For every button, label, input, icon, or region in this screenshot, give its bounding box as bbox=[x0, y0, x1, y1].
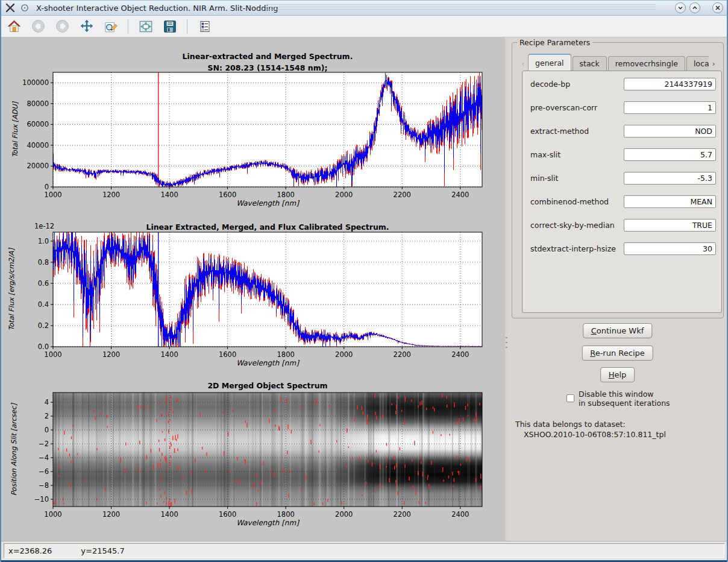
disable-window-checkbox[interactable] bbox=[566, 394, 574, 402]
save-button[interactable] bbox=[162, 18, 178, 34]
x-tick-label: 2000 bbox=[335, 510, 353, 519]
toolbar-separator bbox=[187, 19, 187, 34]
pan-move-icon bbox=[79, 19, 95, 34]
param-row-combinenod-method: combinenod-method bbox=[530, 195, 716, 208]
plot-1-canvas: 1000120014001600180020002200240002000040… bbox=[1, 70, 506, 212]
disable-window-label: Disable this window in subsequent iterat… bbox=[579, 390, 670, 408]
y-tick-label: 0.0 bbox=[38, 343, 49, 351]
y-tick-label: 40000 bbox=[27, 141, 49, 150]
param-label: stdextract-interp-hsize bbox=[530, 242, 616, 255]
param-row-correct-sky-by-median: correct-sky-by-median bbox=[530, 219, 716, 232]
param-label: combinenod-method bbox=[530, 195, 609, 208]
cursor-y: y=21545.7 bbox=[81, 546, 124, 555]
param-label: pre-overscan-corr bbox=[530, 101, 597, 114]
y-axis-label: Position Along Slit [arcsec] bbox=[10, 403, 18, 496]
status-bar: x=2368.26 y=21545.7 bbox=[1, 541, 727, 560]
x-tick-label: 1800 bbox=[277, 191, 295, 199]
param-row-decode-bp: decode-bp bbox=[530, 78, 716, 90]
dataset-name: XSHOO.2010-10-06T08:57:10.811_tpl bbox=[524, 429, 666, 440]
forward-button bbox=[54, 18, 71, 34]
x-tick-label: 1000 bbox=[44, 191, 61, 199]
x-tick-label: 1600 bbox=[219, 350, 236, 359]
minimize-button[interactable] bbox=[675, 2, 686, 13]
x-tick-label: 1000 bbox=[44, 510, 61, 519]
y-tick-label: −6 bbox=[39, 467, 49, 476]
param-input-stdextract-interp-hsize[interactable] bbox=[624, 242, 716, 255]
plot2-title: Linear Extracted, Merged, and Flux Calib… bbox=[53, 221, 482, 233]
figure-panel[interactable]: Linear-extracted and Merged Spectrum. SN… bbox=[1, 37, 506, 541]
group-title: Recipe Parameters bbox=[517, 38, 592, 47]
chevron-down-icon bbox=[677, 4, 684, 11]
param-row-pre-overscan-corr: pre-overscan-corr bbox=[530, 101, 716, 114]
sticky-button[interactable] bbox=[19, 2, 30, 13]
tab-localize[interactable]: localize bbox=[686, 56, 709, 71]
y-tick-label: 60000 bbox=[27, 120, 49, 128]
pan-button[interactable] bbox=[78, 18, 95, 34]
y-tick-label: 20000 bbox=[27, 162, 49, 170]
recipe-panel: Recipe Parameters ‹ generalstackremovecr… bbox=[508, 37, 727, 541]
tab-removecrhsingle[interactable]: removecrhsingle bbox=[608, 56, 685, 71]
customize-button[interactable] bbox=[196, 18, 213, 34]
param-input-min-slit[interactable] bbox=[624, 172, 716, 185]
x-tick-label: 2400 bbox=[451, 191, 469, 199]
x-tick-label: 1600 bbox=[219, 510, 236, 519]
dataset-info: This data belongs to dataset: XSHOO.2010… bbox=[515, 419, 666, 440]
help-button[interactable]: Help bbox=[600, 367, 635, 382]
disable-window-row: Disable this window in subsequent iterat… bbox=[566, 390, 670, 408]
param-input-combinenod-method[interactable] bbox=[624, 195, 716, 208]
x-tick-label: 1800 bbox=[277, 510, 295, 519]
save-floppy-icon bbox=[162, 19, 178, 34]
y-axis-label: Total Flux [ADU] bbox=[11, 101, 19, 157]
param-row-min-slit: min-slit bbox=[530, 172, 716, 185]
x-tick-label: 2200 bbox=[394, 510, 411, 519]
plot1-title: Linear-extracted and Merged Spectrum. SN… bbox=[53, 51, 482, 74]
app-menu-button[interactable] bbox=[5, 2, 16, 13]
chevron-up-icon bbox=[691, 4, 698, 11]
continue-wkf-button[interactable]: Continue Wkf bbox=[583, 323, 653, 338]
param-input-decode-bp[interactable] bbox=[624, 78, 716, 90]
param-input-correct-sky-by-median[interactable] bbox=[624, 219, 716, 232]
y-tick-label: 0 bbox=[45, 426, 49, 434]
tab-stack[interactable]: stack bbox=[573, 56, 607, 71]
zoom-button[interactable] bbox=[102, 18, 119, 34]
x-tick-label: 1200 bbox=[102, 191, 120, 199]
configure-subplots-button[interactable] bbox=[137, 18, 154, 34]
param-input-max-slit[interactable] bbox=[624, 148, 716, 161]
y-tick-label: −2 bbox=[39, 440, 49, 448]
cursor-x: x=2368.26 bbox=[8, 546, 52, 555]
x-tick-label: 1200 bbox=[102, 350, 120, 359]
splitter-handle-dots bbox=[506, 335, 507, 349]
tab-general[interactable]: general bbox=[528, 54, 571, 71]
home-button[interactable] bbox=[6, 18, 22, 34]
x-tick-label: 1600 bbox=[219, 191, 236, 199]
x-tick-label: 2000 bbox=[335, 350, 353, 359]
back-button bbox=[30, 18, 46, 34]
back-arrow-icon bbox=[31, 19, 46, 34]
y-tick-label: 100000 bbox=[22, 78, 49, 87]
param-input-pre-overscan-corr[interactable] bbox=[624, 101, 716, 114]
param-label: extract-method bbox=[530, 125, 589, 137]
y-axis-label: Total Flux [erg/s/cm2/A] bbox=[7, 247, 16, 330]
param-row-max-slit: max-slit bbox=[530, 148, 716, 161]
y-tick-label: 0.8 bbox=[38, 258, 49, 267]
y-tick-label: 80000 bbox=[27, 99, 49, 108]
re-run-recipe-button[interactable]: Re-run Recipe bbox=[582, 346, 653, 361]
titlebar-stripes bbox=[266, 4, 656, 11]
param-label: min-slit bbox=[530, 172, 558, 185]
y-tick-label: 0.6 bbox=[38, 279, 49, 288]
x-tick-label: 1400 bbox=[160, 191, 178, 199]
y-tick-label: −8 bbox=[39, 481, 49, 490]
recipe-parameters-group: Recipe Parameters ‹ generalstackremovecr… bbox=[512, 42, 724, 318]
x-tick-label: 2400 bbox=[451, 350, 469, 359]
tab-content-general: decode-bppre-overscan-corrextract-method… bbox=[522, 71, 722, 313]
param-input-extract-method[interactable] bbox=[624, 125, 716, 137]
tab-scroll-right-button[interactable]: › bbox=[709, 57, 718, 70]
toolbar bbox=[1, 16, 727, 37]
x-tick-label: 1200 bbox=[102, 510, 120, 519]
x-tick-label: 1000 bbox=[44, 350, 61, 359]
close-button[interactable] bbox=[712, 2, 723, 13]
maximize-button[interactable] bbox=[689, 2, 700, 13]
tab-scroll-left-button[interactable]: ‹ bbox=[518, 57, 528, 70]
y-tick-label: 4 bbox=[45, 398, 49, 406]
cursor-position-field: x=2368.26 y=21545.7 bbox=[4, 543, 724, 558]
